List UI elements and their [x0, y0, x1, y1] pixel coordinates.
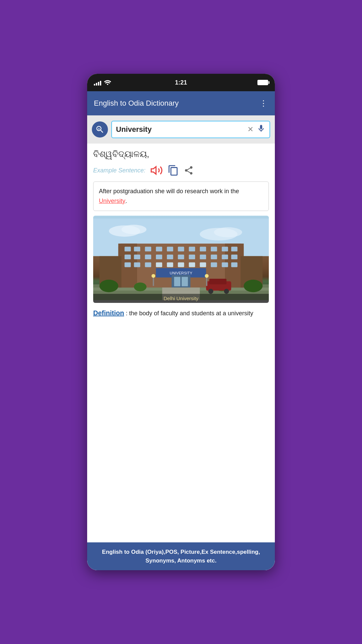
- svg-rect-28: [178, 255, 184, 259]
- svg-rect-25: [145, 255, 151, 259]
- search-icon-circle: A: [92, 121, 108, 138]
- phone-frame: 1:21 English to Odia Dictionary ⋮ A ✕: [87, 74, 275, 570]
- wifi-icon: [104, 79, 111, 86]
- speaker-button[interactable]: [150, 164, 163, 177]
- svg-rect-21: [222, 247, 228, 251]
- svg-rect-34: [125, 262, 131, 267]
- svg-rect-17: [178, 247, 184, 251]
- svg-rect-61: [153, 276, 154, 286]
- definition-label: Definition: [93, 309, 124, 317]
- content-body: ବିଶ୍ୱବିଦ୍ୟାଳୟ, Example Sentence:: [87, 144, 275, 542]
- svg-point-64: [205, 274, 208, 278]
- copy-button[interactable]: [168, 165, 179, 176]
- image-caption: Delhi University: [93, 294, 269, 303]
- share-button[interactable]: [184, 165, 194, 175]
- svg-rect-43: [222, 262, 228, 267]
- mic-button[interactable]: [257, 124, 265, 135]
- svg-rect-29: [189, 255, 195, 259]
- menu-button[interactable]: ⋮: [259, 99, 268, 108]
- svg-rect-16: [167, 247, 173, 251]
- svg-rect-26: [156, 255, 162, 259]
- search-area: A ✕: [87, 115, 275, 144]
- svg-point-4: [121, 225, 146, 234]
- svg-rect-22: [231, 247, 238, 251]
- svg-rect-14: [145, 247, 151, 251]
- battery-icon: [257, 80, 268, 85]
- svg-rect-36: [145, 262, 151, 267]
- svg-point-59: [208, 289, 213, 294]
- svg-point-60: [224, 289, 229, 294]
- svg-rect-37: [156, 262, 162, 267]
- definition-colon: :: [124, 310, 127, 317]
- svg-rect-23: [125, 255, 131, 259]
- signal-bar-4: [100, 81, 101, 86]
- svg-rect-48: [174, 277, 180, 286]
- status-right: [257, 80, 268, 85]
- example-sentence-box: After postgraduation she will do researc…: [93, 181, 269, 211]
- svg-point-54: [134, 282, 146, 291]
- svg-rect-12: [125, 247, 131, 251]
- example-text-after: .: [125, 198, 127, 204]
- clear-button[interactable]: ✕: [247, 125, 253, 134]
- svg-text:UNIVERSITY: UNIVERSITY: [170, 271, 192, 275]
- search-icon: A: [95, 125, 105, 134]
- status-bar: 1:21: [87, 74, 275, 91]
- example-highlight: University: [99, 198, 125, 204]
- svg-rect-41: [200, 262, 206, 267]
- footer-text: English to Odia (Oriya),POS, Picture,Ex …: [93, 548, 269, 565]
- svg-rect-20: [211, 247, 217, 251]
- footer-banner: English to Odia (Oriya),POS, Picture,Ex …: [87, 542, 275, 570]
- svg-rect-42: [211, 262, 217, 267]
- search-input[interactable]: [116, 125, 247, 134]
- svg-point-62: [152, 274, 155, 278]
- example-row: Example Sentence:: [93, 164, 269, 177]
- svg-rect-15: [156, 247, 162, 251]
- svg-rect-38: [167, 262, 173, 267]
- svg-rect-44: [231, 262, 238, 267]
- svg-rect-58: [209, 279, 226, 284]
- definition-section: Definition : the body of faculty and stu…: [93, 308, 269, 318]
- svg-rect-31: [211, 255, 217, 259]
- svg-rect-32: [222, 255, 228, 259]
- svg-rect-39: [178, 262, 184, 267]
- signal-bar-1: [94, 84, 95, 86]
- svg-rect-24: [134, 255, 140, 259]
- signal-bar-2: [96, 83, 97, 86]
- signal-bar-3: [98, 82, 99, 86]
- svg-rect-63: [206, 276, 207, 286]
- svg-rect-13: [134, 247, 140, 251]
- svg-rect-30: [200, 255, 206, 259]
- svg-text:A: A: [98, 127, 100, 130]
- svg-point-53: [244, 279, 262, 292]
- signal-bars: [94, 79, 101, 86]
- search-input-wrapper[interactable]: ✕: [111, 121, 270, 138]
- app-title: English to Odia Dictionary: [94, 99, 179, 108]
- status-time: 1:21: [175, 79, 187, 86]
- svg-rect-18: [189, 247, 195, 251]
- svg-rect-49: [182, 277, 188, 286]
- university-image: UNIVERSITY: [93, 216, 269, 303]
- svg-rect-33: [231, 255, 238, 259]
- svg-point-52: [100, 279, 118, 292]
- example-text-before: After postgraduation she will do researc…: [99, 188, 239, 195]
- svg-point-6: [214, 227, 242, 237]
- main-content: A ✕ ବିଶ୍ୱବିଦ୍ୟାଳୟ, Example Sentenc: [87, 115, 275, 570]
- odia-translation: ବିଶ୍ୱବିଦ୍ୟାଳୟ,: [93, 149, 269, 159]
- svg-rect-40: [189, 262, 195, 267]
- svg-rect-27: [167, 255, 173, 259]
- definition-text: the body of faculty and students at a un…: [127, 310, 253, 317]
- app-header: English to Odia Dictionary ⋮: [87, 91, 275, 115]
- svg-rect-19: [200, 247, 206, 251]
- example-label: Example Sentence:: [93, 167, 145, 174]
- svg-rect-35: [134, 262, 140, 267]
- status-left: [94, 79, 111, 86]
- svg-marker-1: [151, 167, 156, 174]
